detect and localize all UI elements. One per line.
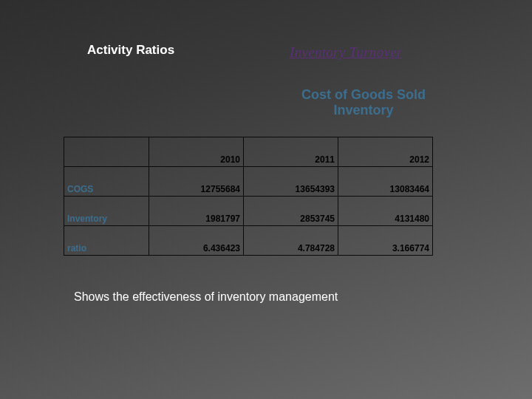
row-label: ratio (64, 242, 149, 255)
table-row: Inventory 1981797 2853745 4131480 (64, 197, 433, 226)
footer-text: Shows the effectiveness of inventory man… (74, 290, 340, 304)
cell-value: 4.784728 (244, 242, 338, 255)
table-corner (64, 137, 149, 167)
cell-value: 13083464 (338, 183, 432, 196)
cell-value: 6.436423 (149, 242, 243, 255)
formula-numerator: Cost of Goods Sold (290, 87, 437, 103)
col-header: 2012 (338, 153, 432, 166)
row-label: COGS (64, 183, 149, 196)
title-right: Inventory Turnover (290, 44, 403, 61)
col-header: 2011 (244, 153, 338, 166)
table-row: ratio 6.436423 4.784728 3.166774 (64, 226, 433, 256)
col-header: 2010 (149, 153, 243, 166)
cell-value: 13654393 (244, 183, 338, 196)
data-table: 2010 2011 2012 COGS 12755684 13654393 13… (64, 137, 433, 256)
cell-value: 1981797 (149, 212, 243, 225)
cell-value: 12755684 (149, 183, 243, 196)
cell-value: 4131480 (338, 212, 432, 225)
row-label: Inventory (64, 212, 149, 225)
formula-denominator: Inventory (290, 103, 437, 118)
cell-value: 2853745 (244, 212, 338, 225)
title-left: Activity Ratios (87, 43, 174, 58)
table-row: COGS 12755684 13654393 13083464 (64, 167, 433, 197)
cell-value: 3.166774 (338, 242, 432, 255)
